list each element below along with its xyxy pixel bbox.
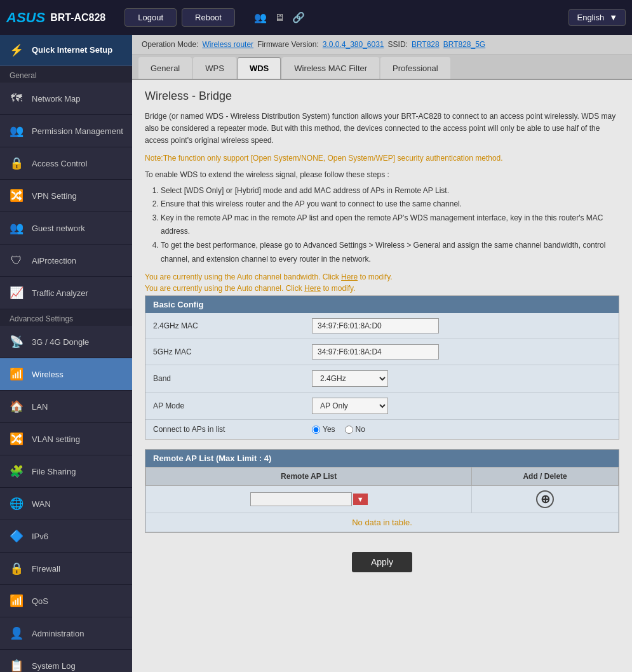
warning-channel-link[interactable]: Here: [304, 284, 321, 293]
sidebar-item-quick-setup[interactable]: ⚡ Quick Internet Setup: [0, 35, 132, 66]
tab-wireless-mac-filter[interactable]: Wireless MAC Filter: [282, 57, 379, 79]
sidebar-label-qos: QoS: [32, 596, 48, 606]
add-ap-button[interactable]: ⊕: [536, 490, 554, 508]
sidebar-item-administration[interactable]: 👤 Administration: [0, 617, 132, 650]
sidebar-item-firewall[interactable]: 🔒 Firewall: [0, 553, 132, 585]
logo: ASUS BRT-AC828: [6, 10, 105, 26]
tab-professional[interactable]: Professional: [380, 57, 450, 79]
sidebar-item-system-log[interactable]: 📋 System Log: [0, 650, 132, 672]
content-area: Operation Mode: Wireless router Firmware…: [132, 35, 632, 672]
3g4g-icon: 📡: [8, 333, 25, 351]
sidebar-item-aiprotection[interactable]: 🛡 AiProtection: [0, 245, 132, 277]
wireless-icon: 📶: [8, 365, 25, 383]
network-icon[interactable]: 🖥: [274, 12, 285, 24]
sidebar-item-wireless[interactable]: 📶 Wireless: [0, 358, 132, 391]
step-1: Select [WDS Only] or [Hybrid] mode and a…: [161, 184, 619, 198]
band-select[interactable]: 2.4GHz 5GHz: [312, 370, 388, 387]
remote-ap-input[interactable]: [250, 492, 352, 506]
connect-no-radio[interactable]: [345, 426, 353, 434]
step-4: To get the best performance, please go t…: [161, 239, 619, 266]
sidebar-label-3g4g: 3G / 4G Dongle: [32, 337, 89, 347]
page-title: Wireless - Bridge: [145, 90, 619, 103]
sidebar-item-guest-network[interactable]: 👥 Guest network: [0, 212, 132, 245]
sidebar-item-access-control[interactable]: 🔒 Access Control: [0, 147, 132, 180]
no-data-cell: No data in table.: [146, 513, 619, 532]
sidebar-item-network-map[interactable]: 🗺 Network Map: [0, 83, 132, 115]
sidebar-item-permission-management[interactable]: 👥 Permission Management: [0, 115, 132, 147]
share-icon[interactable]: 🔗: [292, 11, 305, 24]
col-remote-ap-list: Remote AP List: [146, 467, 472, 486]
language-selector[interactable]: English ▼: [568, 9, 626, 26]
ap-mode-select[interactable]: AP Only WDS Only Hybrid: [312, 398, 388, 414]
wireless-tabs: General WPS WDS Wireless MAC Filter Prof…: [132, 55, 632, 80]
file-sharing-icon: 🧩: [8, 462, 25, 480]
sidebar-label-permission-mgmt: Permission Management: [32, 126, 123, 136]
ssid-link[interactable]: BRT828: [412, 40, 440, 49]
mac-5g-input[interactable]: [312, 344, 439, 360]
sidebar-label-ipv6: IPv6: [32, 532, 48, 541]
tab-wds[interactable]: WDS: [238, 57, 281, 79]
ipv6-icon: 🔷: [8, 527, 25, 545]
firmware-link[interactable]: 3.0.0.4_380_6031: [323, 40, 384, 49]
remote-ap-dropdown-button[interactable]: ▼: [353, 494, 368, 505]
logout-button[interactable]: Logout: [124, 8, 177, 27]
chevron-down-icon: ▼: [609, 13, 617, 22]
sidebar-label-file-sharing: File Sharing: [32, 467, 76, 476]
system-log-icon: 📋: [8, 657, 25, 672]
page-header: ASUS BRT-AC828 Logout Reboot 👥 🖥 🔗 Engli…: [0, 0, 632, 35]
aiprotection-icon: 🛡: [8, 252, 25, 269]
sidebar-item-wan[interactable]: 🌐 WAN: [0, 488, 132, 520]
advanced-section-title: Advanced Settings: [0, 309, 132, 326]
connect-radio-group: Yes No: [312, 425, 611, 434]
header-icons: 👥 🖥 🔗: [254, 11, 305, 24]
mac-5g-value: [312, 344, 611, 360]
remote-ap-header: Remote AP List (Max Limit : 4): [145, 450, 619, 467]
users-icon[interactable]: 👥: [254, 11, 267, 24]
logo-brand: ASUS: [6, 10, 45, 26]
connect-yes-radio[interactable]: [312, 426, 320, 434]
tab-wps[interactable]: WPS: [193, 57, 236, 79]
description-text: Bridge (or named WDS - Wireless Distribu…: [145, 111, 619, 147]
sidebar-item-qos[interactable]: 📶 QoS: [0, 585, 132, 617]
connect-yes-option[interactable]: Yes: [312, 425, 335, 434]
sidebar-item-file-sharing[interactable]: 🧩 File Sharing: [0, 455, 132, 488]
mac-2g-value: [312, 318, 611, 333]
apply-button[interactable]: Apply: [352, 552, 412, 572]
logo-model: BRT-AC828: [50, 12, 105, 24]
sidebar-item-lan[interactable]: 🏠 LAN: [0, 391, 132, 423]
ssid-label: SSID:: [388, 40, 408, 49]
sidebar-item-vlan[interactable]: 🔀 VLAN setting: [0, 423, 132, 455]
tab-general[interactable]: General: [138, 57, 192, 79]
ssid-5g-link[interactable]: BRT828_5G: [443, 40, 486, 49]
mac-2g-input[interactable]: [312, 318, 439, 333]
connect-no-option[interactable]: No: [345, 425, 365, 434]
sidebar-item-3g-4g[interactable]: 📡 3G / 4G Dongle: [0, 326, 132, 358]
mac-5g-row: 5GHz MAC: [145, 339, 619, 365]
ap-mode-row: AP Mode AP Only WDS Only Hybrid: [145, 393, 619, 420]
sidebar-label-aiprotection: AiProtection: [32, 256, 76, 265]
band-row: Band 2.4GHz 5GHz: [145, 365, 619, 393]
steps-list: Select [WDS Only] or [Hybrid] mode and a…: [145, 184, 619, 267]
sidebar-item-vpn-setting[interactable]: 🔀 VPN Setting: [0, 180, 132, 212]
ap-mode-label: AP Mode: [153, 401, 312, 410]
main-layout: ⚡ Quick Internet Setup General 🗺 Network…: [0, 35, 632, 672]
basic-config-section: Basic Config 2.4GHz MAC 5GHz MAC Band: [145, 295, 619, 440]
quick-setup-icon: ⚡: [8, 41, 25, 59]
steps-intro: To enable WDS to extend the wireless sig…: [145, 170, 619, 179]
warning-bandwidth-link[interactable]: Here: [341, 272, 358, 281]
lan-icon: 🏠: [8, 398, 25, 415]
vpn-icon: 🔀: [8, 187, 25, 205]
remote-ap-input-cell: ▼: [146, 486, 472, 513]
reboot-button[interactable]: Reboot: [182, 8, 235, 27]
sidebar-label-firewall: Firewall: [32, 564, 60, 574]
mac-5g-label: 5GHz MAC: [153, 347, 312, 356]
header-buttons: Logout Reboot: [124, 8, 235, 27]
sidebar-item-ipv6[interactable]: 🔷 IPv6: [0, 520, 132, 553]
op-mode-link[interactable]: Wireless router: [202, 40, 253, 49]
sidebar-item-traffic-analyzer[interactable]: 📈 Traffic Analyzer: [0, 277, 132, 309]
mac-2g-label: 2.4GHz MAC: [153, 321, 312, 330]
administration-icon: 👤: [8, 624, 25, 642]
top-bar: Operation Mode: Wireless router Firmware…: [132, 35, 632, 55]
access-control-icon: 🔒: [8, 154, 25, 172]
firewall-icon: 🔒: [8, 560, 25, 577]
